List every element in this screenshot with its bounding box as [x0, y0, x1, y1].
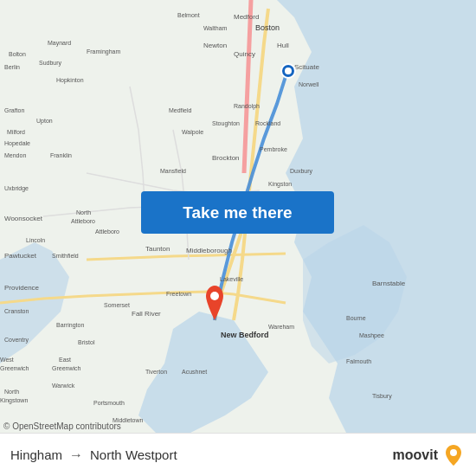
svg-text:Brockton: Brockton — [212, 154, 240, 162]
svg-text:Bourne: Bourne — [346, 315, 366, 321]
svg-text:Attleboro: Attleboro — [71, 218, 95, 224]
svg-text:Bristol: Bristol — [78, 339, 95, 345]
svg-text:Somerset: Somerset — [104, 302, 130, 308]
svg-text:Milford: Milford — [7, 129, 25, 135]
svg-text:Acushnet: Acushnet — [182, 369, 207, 375]
map-container: Boston Medford Newton Quincy Waltham Bel… — [0, 0, 476, 433]
svg-text:Hopedale: Hopedale — [4, 140, 30, 147]
svg-text:Quincy: Quincy — [234, 50, 255, 58]
svg-text:Barnstable: Barnstable — [372, 280, 406, 287]
svg-text:Hopkinton: Hopkinton — [56, 77, 84, 84]
svg-text:Providence: Providence — [4, 284, 40, 292]
svg-text:Hull: Hull — [277, 42, 289, 49]
svg-text:Randolph: Randolph — [234, 103, 260, 110]
svg-text:Newton: Newton — [203, 42, 227, 49]
svg-text:Woonsocket: Woonsocket — [4, 215, 43, 222]
svg-text:Tiverton: Tiverton — [145, 369, 167, 375]
svg-text:Franklin: Franklin — [50, 152, 72, 158]
svg-text:Greenwich: Greenwich — [52, 365, 81, 371]
svg-text:Fall River: Fall River — [132, 310, 161, 318]
svg-text:Framingham: Framingham — [87, 48, 120, 55]
svg-text:Berlin: Berlin — [4, 64, 20, 70]
svg-text:Sudbury: Sudbury — [39, 60, 62, 67]
svg-text:Wareham: Wareham — [268, 324, 294, 330]
svg-text:Scituate: Scituate — [294, 63, 319, 71]
svg-text:Falmouth: Falmouth — [346, 358, 371, 364]
svg-text:East: East — [59, 357, 71, 363]
svg-point-73 — [285, 68, 292, 74]
svg-text:Medfield: Medfield — [169, 107, 192, 113]
svg-text:Stoughton: Stoughton — [212, 120, 240, 127]
svg-text:Waltham: Waltham — [203, 25, 228, 31]
svg-text:Grafton: Grafton — [4, 107, 24, 113]
svg-point-74 — [210, 292, 219, 300]
svg-text:West: West — [0, 357, 14, 363]
svg-text:Attleboro: Attleboro — [95, 228, 119, 235]
svg-text:Cranston: Cranston — [4, 308, 29, 314]
moovit-logo: moovit — [393, 443, 466, 467]
footer-bar: Hingham → North Westport moovit — [0, 433, 476, 476]
route-info: Hingham → North Westport — [10, 447, 177, 463]
take-me-there-button[interactable]: Take me there — [141, 191, 334, 234]
arrow-icon: → — [69, 447, 83, 463]
svg-text:Greenwich: Greenwich — [0, 365, 29, 371]
svg-text:Lakeville: Lakeville — [220, 276, 243, 282]
svg-text:Warwick: Warwick — [52, 383, 75, 389]
svg-text:Norwell: Norwell — [299, 81, 319, 87]
svg-point-75 — [450, 449, 457, 456]
svg-text:Taunton: Taunton — [145, 245, 170, 253]
map-attribution: © OpenStreetMap contributors — [3, 421, 121, 431]
svg-text:Pawtucket: Pawtucket — [4, 252, 37, 260]
svg-text:North: North — [76, 209, 91, 215]
svg-text:Middleborough: Middleborough — [186, 247, 232, 254]
svg-text:Smithfield: Smithfield — [52, 253, 79, 259]
moovit-icon — [441, 443, 466, 467]
svg-text:Belmont: Belmont — [177, 12, 200, 18]
svg-text:Portsmouth: Portsmouth — [93, 400, 125, 406]
svg-text:Freetown: Freetown — [166, 291, 191, 297]
svg-text:Coventry: Coventry — [4, 337, 29, 344]
svg-text:Maynard: Maynard — [48, 40, 71, 47]
svg-text:Bolton: Bolton — [9, 51, 26, 57]
svg-text:Duxbury: Duxbury — [290, 168, 313, 175]
svg-text:New Bedford: New Bedford — [221, 331, 269, 339]
svg-text:Lincoln: Lincoln — [26, 237, 45, 243]
svg-text:Barrington: Barrington — [56, 322, 84, 329]
svg-text:Mendon: Mendon — [4, 152, 26, 158]
svg-text:Medford: Medford — [234, 13, 259, 21]
svg-text:Uxbridge: Uxbridge — [4, 185, 29, 192]
svg-text:North: North — [4, 389, 19, 395]
svg-text:Boston: Boston — [255, 23, 280, 32]
svg-text:Kingstown: Kingstown — [0, 397, 28, 404]
svg-text:Pembroke: Pembroke — [260, 146, 287, 152]
destination-label: North Westport — [90, 447, 177, 462]
svg-text:Mashpee: Mashpee — [359, 332, 384, 339]
svg-text:Tisbury: Tisbury — [372, 393, 392, 400]
origin-label: Hingham — [10, 447, 62, 462]
svg-text:Kingston: Kingston — [268, 181, 292, 188]
svg-text:Upton: Upton — [36, 118, 53, 125]
moovit-brand-text: moovit — [393, 447, 438, 463]
svg-text:Rockland: Rockland — [255, 120, 280, 126]
svg-text:Mansfield: Mansfield — [160, 168, 186, 174]
svg-text:Walpole: Walpole — [182, 129, 203, 136]
